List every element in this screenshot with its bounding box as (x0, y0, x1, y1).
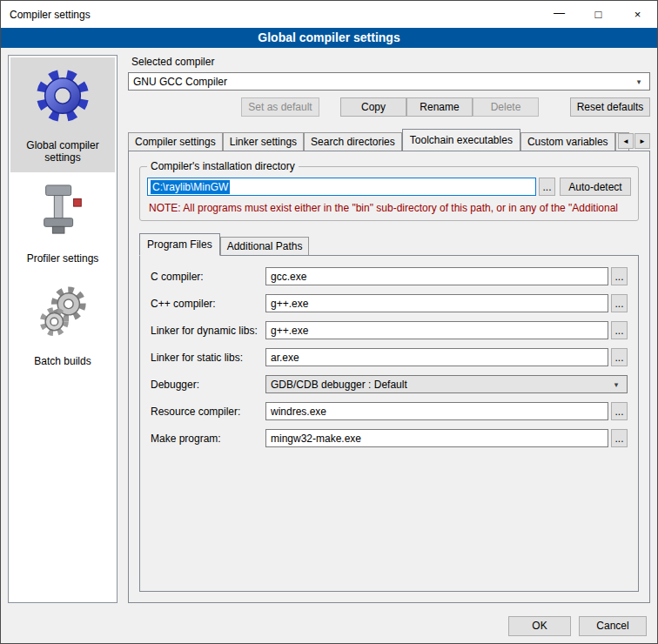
delete-button[interactable]: Delete (473, 97, 539, 117)
reset-defaults-button[interactable]: Reset defaults (570, 97, 650, 117)
resource-compiler-browse-button[interactable]: ... (611, 402, 628, 420)
subtab-additional-paths[interactable]: Additional Paths (220, 237, 310, 255)
compiler-select[interactable]: GNU GCC Compiler ▾ (128, 72, 650, 91)
title-bar: Compiler settings — □ × (1, 1, 657, 28)
toolchain-panel: Compiler's installation directory C:\ray… (128, 151, 650, 603)
page-title: Global compiler settings (1, 28, 657, 48)
make-program-row: Make program: ... (151, 429, 628, 447)
compiler-actions: Set as default Copy Rename Delete Reset … (128, 97, 650, 117)
chevron-down-icon: ▾ (633, 77, 645, 86)
static-linker-row: Linker for static libs: ... (151, 348, 628, 366)
tab-toolchain-executables[interactable]: Toolchain executables (402, 129, 520, 151)
compiler-settings-dialog: Compiler settings — □ × Global compiler … (0, 0, 658, 644)
program-subtabs: Program Files Additional Paths (139, 233, 639, 255)
installation-directory-value: C:\raylib\MinGW (151, 180, 230, 194)
make-program-browse-button[interactable]: ... (611, 429, 628, 447)
dialog-content: Global compiler settings Profiler settin… (1, 48, 657, 608)
sidebar-item-label: Batch builds (34, 355, 91, 367)
tab-linker-settings[interactable]: Linker settings (223, 132, 304, 151)
main-panel: Selected compiler GNU GCC Compiler ▾ Set… (128, 55, 650, 603)
sidebar-item-label: Profiler settings (27, 252, 99, 265)
cpp-compiler-browse-button[interactable]: ... (611, 294, 628, 312)
rename-button[interactable]: Rename (406, 97, 473, 117)
copy-button[interactable]: Copy (340, 97, 406, 117)
ok-button[interactable]: OK (508, 616, 571, 636)
resource-compiler-row: Resource compiler: ... (151, 402, 628, 420)
dialog-footer: OK Cancel (1, 608, 657, 643)
make-program-label: Make program: (151, 433, 265, 445)
c-compiler-row: C compiler: ... (151, 267, 628, 285)
debugger-label: Debugger: (151, 379, 265, 391)
installation-directory-title: Compiler's installation directory (147, 160, 299, 172)
dynamic-linker-row: Linker for dynamic libs: ... (151, 321, 628, 339)
sidebar-item-profiler-settings[interactable]: Profiler settings (10, 172, 115, 273)
tab-scroll-left-icon[interactable]: ◄ (618, 133, 634, 149)
installation-directory-row: C:\raylib\MinGW ... Auto-detect (147, 178, 631, 196)
sidebar-item-batch-builds[interactable]: Batch builds (10, 273, 115, 376)
c-compiler-label: C compiler: (151, 271, 265, 283)
installation-directory-group: Compiler's installation directory C:\ray… (139, 166, 639, 221)
make-program-input[interactable] (265, 429, 608, 447)
resource-compiler-label: Resource compiler: (151, 406, 265, 418)
gear-blue-icon (36, 69, 90, 125)
auto-detect-button[interactable]: Auto-detect (560, 178, 631, 196)
static-linker-input[interactable] (265, 348, 608, 366)
selected-compiler-label: Selected compiler (131, 56, 650, 68)
maximize-button[interactable]: □ (579, 1, 618, 28)
static-linker-label: Linker for static libs: (151, 352, 265, 364)
compiler-select-value: GNU GCC Compiler (133, 76, 633, 88)
tab-scroll-right-icon[interactable]: ► (634, 133, 650, 149)
debugger-select-value: GDB/CDB debugger : Default (271, 379, 610, 391)
cpp-compiler-label: C++ compiler: (151, 298, 265, 310)
settings-tabs: Compiler settings Linker settings Search… (128, 129, 650, 151)
browse-directory-button[interactable]: ... (539, 178, 555, 196)
profiler-icon (39, 184, 86, 238)
tab-custom-variables[interactable]: Custom variables (520, 132, 615, 151)
debugger-select[interactable]: GDB/CDB debugger : Default ▾ (265, 375, 628, 393)
sidebar-item-label: Global compiler settings (12, 139, 113, 164)
debugger-row: Debugger: GDB/CDB debugger : Default ▾ (151, 375, 628, 393)
tab-scroll-controls: ◄ ► (617, 133, 650, 149)
dynamic-linker-input[interactable] (265, 321, 608, 339)
c-compiler-input[interactable] (265, 267, 608, 285)
program-files-panel: C compiler: ... C++ compiler: ... Linker… (139, 255, 639, 592)
set-as-default-button[interactable]: Set as default (241, 97, 319, 117)
installation-directory-input[interactable]: C:\raylib\MinGW (147, 178, 536, 196)
c-compiler-browse-button[interactable]: ... (611, 267, 628, 285)
minimize-button[interactable]: — (540, 1, 579, 28)
cancel-button[interactable]: Cancel (579, 616, 647, 636)
gears-gray-icon (36, 285, 90, 341)
close-button[interactable]: × (618, 1, 657, 28)
subtab-program-files[interactable]: Program Files (139, 233, 220, 256)
static-linker-browse-button[interactable]: ... (611, 348, 628, 366)
settings-sidebar: Global compiler settings Profiler settin… (8, 55, 118, 603)
dynamic-linker-browse-button[interactable]: ... (611, 321, 628, 339)
sidebar-item-global-compiler-settings[interactable]: Global compiler settings (10, 57, 115, 172)
tab-search-directories[interactable]: Search directories (304, 132, 402, 151)
programs-note: NOTE: All programs must exist either in … (149, 202, 629, 214)
chevron-down-icon: ▾ (610, 380, 622, 389)
tab-compiler-settings[interactable]: Compiler settings (128, 132, 223, 151)
resource-compiler-input[interactable] (265, 402, 608, 420)
cpp-compiler-row: C++ compiler: ... (151, 294, 628, 312)
dynamic-linker-label: Linker for dynamic libs: (151, 325, 265, 337)
cpp-compiler-input[interactable] (265, 294, 608, 312)
window-title: Compiler settings (1, 9, 540, 21)
